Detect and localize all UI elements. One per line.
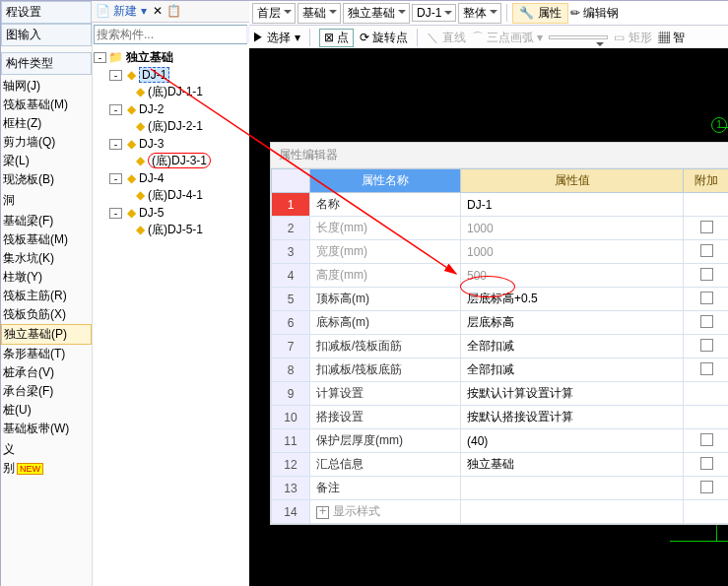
tree-child[interactable]: (底)DJ-2-1 bbox=[148, 119, 203, 133]
prop-extra bbox=[684, 358, 729, 382]
extra-checkbox[interactable] bbox=[700, 339, 713, 352]
left-item[interactable]: 承台梁(F) bbox=[1, 382, 92, 401]
prop-name: 宽度(mm) bbox=[310, 240, 461, 264]
expand-icon[interactable]: + bbox=[316, 506, 329, 519]
tree-node[interactable]: DJ-2 bbox=[139, 102, 164, 116]
line-tool[interactable]: ＼ 直线 bbox=[427, 30, 465, 46]
left-item[interactable]: 轴网(J) bbox=[1, 77, 92, 96]
prop-value[interactable]: 独立基础 bbox=[461, 453, 684, 477]
extra-checkbox[interactable] bbox=[700, 244, 713, 257]
row-number: 8 bbox=[272, 358, 310, 382]
prop-value[interactable]: 按默认搭接设置计算 bbox=[461, 406, 684, 429]
tree-node[interactable]: DJ-4 bbox=[139, 171, 164, 185]
property-editor-window[interactable]: 属性编辑器 属性名称 属性值 附加 1名称DJ-12长度(mm)10003宽度(… bbox=[270, 142, 728, 525]
extra-checkbox[interactable] bbox=[700, 433, 713, 446]
type-dropdown[interactable]: 独立基础 bbox=[343, 3, 410, 24]
extra-checkbox[interactable] bbox=[700, 268, 713, 281]
left-item[interactable]: 筏板主筋(R) bbox=[1, 287, 92, 305]
extra-checkbox[interactable] bbox=[700, 292, 713, 304]
rotate-point-tool[interactable]: ⟳ 旋转点 bbox=[360, 30, 408, 46]
search-input[interactable] bbox=[95, 26, 246, 43]
prop-value[interactable]: 全部扣减 bbox=[461, 358, 684, 382]
prop-value[interactable]: 1000 bbox=[461, 217, 684, 240]
left-item[interactable]: 基础板带(W) bbox=[1, 420, 92, 438]
prop-name: 备注 bbox=[310, 477, 461, 500]
tree-child[interactable]: (底)DJ-3-1 bbox=[148, 153, 211, 168]
extra-checkbox[interactable] bbox=[700, 457, 713, 470]
expand-icon[interactable]: - bbox=[109, 104, 122, 115]
prop-value[interactable]: 全部扣减 bbox=[461, 335, 684, 358]
expand-icon[interactable]: - bbox=[109, 173, 122, 184]
tree-child[interactable]: (底)DJ-1-1 bbox=[148, 85, 203, 98]
prop-extra bbox=[684, 288, 729, 311]
left-item[interactable]: 框柱(Z) bbox=[1, 114, 92, 133]
prop-extra bbox=[684, 382, 729, 406]
left-item[interactable]: 义 bbox=[1, 440, 92, 459]
property-button[interactable]: 🔧 属性 bbox=[512, 3, 567, 24]
tree-child[interactable]: (底)DJ-5-1 bbox=[148, 223, 203, 236]
rect-tool[interactable]: ▭ 矩形 bbox=[614, 30, 651, 46]
prop-value[interactable]: 层底标高 bbox=[461, 311, 684, 335]
prop-extra bbox=[684, 477, 729, 500]
col-extra: 附加 bbox=[684, 169, 729, 193]
left-item[interactable]: 筏板基础(M) bbox=[1, 96, 92, 114]
prop-name: 高度(mm) bbox=[310, 264, 461, 288]
left-item[interactable]: 剪力墙(Q) bbox=[1, 133, 92, 152]
col-value: 属性值 bbox=[461, 169, 684, 193]
point-tool[interactable]: ⊠ 点 bbox=[319, 29, 354, 47]
extra-checkbox[interactable] bbox=[700, 481, 713, 493]
left-item[interactable]: 桩承台(V) bbox=[1, 363, 92, 382]
left-item[interactable]: 独立基础(P) bbox=[1, 324, 92, 345]
expand-icon[interactable]: - bbox=[109, 70, 122, 81]
axis-marker: 1 bbox=[711, 117, 727, 133]
left-item[interactable]: 集水坑(K) bbox=[1, 249, 92, 268]
expand-icon[interactable]: - bbox=[109, 139, 122, 150]
new-button[interactable]: 📄 新建 ▾ bbox=[96, 4, 147, 18]
left-item[interactable]: 别NEW bbox=[1, 459, 92, 478]
select-tool[interactable]: ▶ 选择 ▾ bbox=[252, 30, 300, 46]
tree-node[interactable]: DJ-3 bbox=[139, 137, 164, 151]
left-group-type: 构件类型 bbox=[1, 52, 92, 75]
row-number: 3 bbox=[272, 240, 310, 264]
left-item[interactable]: 梁(L) bbox=[1, 152, 92, 170]
extra-checkbox[interactable] bbox=[700, 221, 713, 233]
tree-child[interactable]: (底)DJ-4-1 bbox=[148, 188, 203, 202]
left-item[interactable]: 筏板基础(M) bbox=[1, 230, 92, 249]
prop-extra bbox=[684, 453, 729, 477]
left-item[interactable]: 洞 bbox=[1, 191, 92, 210]
left-item[interactable]: 基础梁(F) bbox=[1, 212, 92, 230]
prop-value[interactable]: (40) bbox=[461, 429, 684, 453]
prop-value[interactable]: 1000 bbox=[461, 240, 684, 264]
arc-opts[interactable] bbox=[549, 35, 608, 39]
prop-extra bbox=[684, 335, 729, 358]
left-item[interactable]: 桩(U) bbox=[1, 401, 92, 420]
extra-checkbox[interactable] bbox=[700, 315, 713, 328]
prop-value[interactable] bbox=[461, 477, 684, 500]
left-item[interactable]: 筏板负筋(X) bbox=[1, 305, 92, 324]
item-dropdown[interactable]: DJ-1 bbox=[412, 4, 456, 22]
row-number: 7 bbox=[272, 335, 310, 358]
left-item[interactable]: 现浇板(B) bbox=[1, 170, 92, 189]
left-tab-input[interactable]: 图输入 bbox=[1, 24, 92, 46]
arc-tool[interactable]: ⌒ 三点画弧 ▾ bbox=[472, 30, 544, 46]
prop-value[interactable]: 按默认计算设置计算 bbox=[461, 382, 684, 406]
prop-value[interactable] bbox=[461, 500, 684, 524]
row-number: 11 bbox=[272, 429, 310, 453]
left-tab-settings[interactable]: 程设置 bbox=[1, 1, 92, 24]
left-item[interactable]: 条形基础(T) bbox=[1, 345, 92, 363]
extra-checkbox[interactable] bbox=[700, 362, 713, 375]
tree-node[interactable]: DJ-5 bbox=[139, 206, 164, 220]
cat-dropdown[interactable]: 基础 bbox=[298, 3, 341, 24]
prop-value[interactable]: DJ-1 bbox=[461, 193, 684, 217]
prop-name: 搭接设置 bbox=[310, 406, 461, 429]
smart-tool[interactable]: ▦ 智 bbox=[658, 30, 685, 46]
expand-icon[interactable]: - bbox=[94, 52, 106, 63]
left-item[interactable]: 柱墩(Y) bbox=[1, 268, 92, 287]
tree-node[interactable]: DJ-1 bbox=[139, 67, 169, 83]
prop-extra bbox=[684, 406, 729, 429]
floor-dropdown[interactable]: 首层 bbox=[252, 3, 296, 24]
scope-dropdown[interactable]: 整体 bbox=[458, 3, 501, 24]
edit-rebar-button[interactable]: ✏ 编辑钢 bbox=[570, 5, 619, 22]
prop-name: 汇总信息 bbox=[310, 453, 461, 477]
expand-icon[interactable]: - bbox=[109, 208, 122, 219]
